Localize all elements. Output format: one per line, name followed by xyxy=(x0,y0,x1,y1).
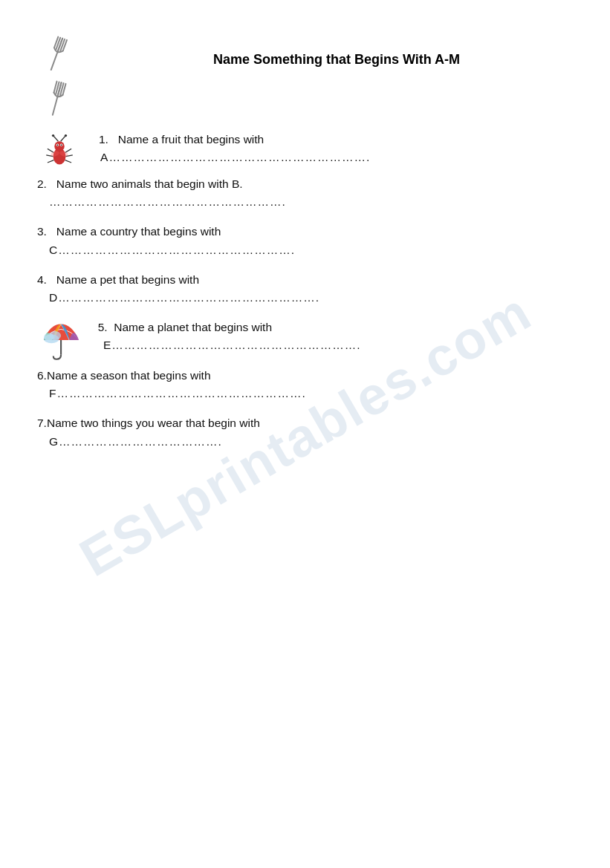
q3-answer: C…………………………………………………. xyxy=(37,244,573,257)
svg-point-16 xyxy=(57,144,59,146)
q4-answer: D………………………………………………………. xyxy=(37,291,573,304)
svg-line-27 xyxy=(65,160,71,163)
q1-text: 1. Name a fruit that begins with xyxy=(89,130,573,149)
q7-answer: G…………………………………. xyxy=(37,435,573,448)
q6-text: 6.Name a season that begins with xyxy=(37,366,573,385)
page-title: Name Something that Begins With A-M xyxy=(100,52,573,68)
header-area: Name Something that Begins With A-M xyxy=(37,22,573,123)
svg-line-24 xyxy=(48,160,53,163)
svg-line-22 xyxy=(48,149,53,152)
svg-point-13 xyxy=(54,141,65,151)
svg-line-18 xyxy=(53,136,58,141)
bug-icon xyxy=(37,130,82,171)
content: Name Something that Begins With A-M xyxy=(37,22,573,448)
svg-point-20 xyxy=(52,134,54,137)
fork-container xyxy=(37,26,78,123)
q2-answer: …………………………………………………. xyxy=(37,195,573,209)
q1-row: 1. Name a fruit that begins with A………………… xyxy=(37,130,573,171)
q1-content: 1. Name a fruit that begins with A………………… xyxy=(89,130,573,164)
q6-block: 6.Name a season that begins with F………………… xyxy=(37,366,573,400)
fork-icon-2 xyxy=(37,71,78,123)
q5-row: 5. Name a planet that begins with E……………… xyxy=(37,318,573,362)
svg-point-21 xyxy=(65,134,67,137)
q5-text: 5. Name a planet that begins with xyxy=(91,318,573,337)
q1-answer: A………………………………………………………. xyxy=(89,151,573,164)
svg-point-33 xyxy=(50,331,61,340)
svg-line-19 xyxy=(61,136,65,141)
q5-content: 5. Name a planet that begins with E……………… xyxy=(91,318,573,352)
q3-block: 3. Name a country that begins with C…………… xyxy=(37,222,573,256)
svg-line-25 xyxy=(65,149,71,152)
questions-6-7: 6.Name a season that begins with F………………… xyxy=(37,366,573,448)
q5-answer: E……………………………………………………. xyxy=(91,339,573,352)
q2-text: 2. Name two animals that begin with B. xyxy=(37,174,573,194)
q6-answer: F……………………………………………………. xyxy=(37,387,573,400)
q2-block: 2. Name two animals that begin with B. …… xyxy=(37,174,573,209)
page: ESLprintables.com xyxy=(0,0,610,868)
svg-point-17 xyxy=(61,144,62,146)
questions-2-4: 2. Name two animals that begin with B. …… xyxy=(37,174,573,304)
q3-text: 3. Name a country that begins with xyxy=(37,222,573,241)
umbrella-icon xyxy=(37,318,85,362)
q7-block: 7.Name two things you wear that begin wi… xyxy=(37,414,573,448)
q4-block: 4. Name a pet that begins with D……………………… xyxy=(37,270,573,304)
q7-text: 7.Name two things you wear that begin wi… xyxy=(37,414,573,433)
q4-text: 4. Name a pet that begins with xyxy=(37,270,573,290)
